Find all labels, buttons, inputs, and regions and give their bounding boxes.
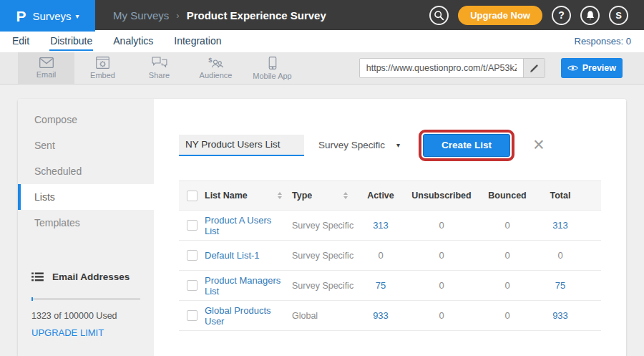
channel-label: Mobile App [253, 72, 291, 80]
survey-url-input[interactable] [360, 59, 523, 77]
column-header-type[interactable]: Type [292, 191, 358, 201]
table-row: Product Managers List Survey Specific 75… [179, 271, 601, 301]
active-count: 75 [358, 280, 404, 291]
active-count: 933 [358, 310, 404, 321]
list-lines-icon [31, 272, 44, 282]
responses-count[interactable]: Responses: 0 [575, 36, 644, 47]
list-name-link[interactable]: Product A Users List [205, 215, 292, 236]
list-name-link[interactable]: Global Products User [205, 305, 292, 327]
table-row: Default List-1 Survey Specific 0 0 0 0 [179, 241, 601, 271]
channel-share[interactable]: Share [131, 52, 187, 84]
tab-distribute[interactable]: Distribute [49, 32, 93, 51]
sidebar-item-lists[interactable]: Lists [18, 184, 154, 210]
account-avatar[interactable]: S [609, 6, 628, 25]
channel-label: Embed [90, 71, 115, 80]
list-name-input[interactable] [179, 135, 304, 156]
total-count: 0 [535, 250, 585, 261]
bounced-count: 0 [479, 220, 535, 231]
edit-url-button[interactable] [523, 59, 545, 77]
mobile-phone-icon [268, 57, 277, 69]
email-usage-progress [31, 298, 140, 300]
upgrade-now-button[interactable]: Upgrade Now [458, 6, 542, 25]
column-header-active: Active [358, 191, 404, 201]
tab-analytics[interactable]: Analytics [112, 32, 154, 51]
list-name-link[interactable]: Product Managers List [205, 275, 292, 297]
active-count: 0 [358, 250, 404, 261]
chevron-down-icon: ▾ [396, 141, 400, 149]
row-checkbox[interactable] [187, 280, 197, 291]
sidebar-item-scheduled[interactable]: Scheduled [18, 158, 154, 184]
channel-audience[interactable]: $ Audience [187, 52, 244, 84]
annotation-highlight-ring: Create List [419, 130, 514, 161]
table-row: Product A Users List Survey Specific 313… [179, 211, 601, 241]
total-count: 75 [535, 280, 585, 291]
create-list-button[interactable]: Create List [423, 134, 510, 157]
sidebar-item-sent[interactable]: Sent [18, 133, 154, 158]
pencil-icon [530, 64, 539, 73]
sidebar-item-compose[interactable]: Compose [18, 107, 154, 133]
unsubscribed-count: 0 [404, 250, 479, 261]
email-sidebar: Compose Sent Scheduled Lists Templates E… [18, 99, 154, 356]
sidebar-item-templates[interactable]: Templates [18, 210, 154, 236]
row-checkbox[interactable] [187, 250, 197, 261]
preview-button[interactable]: Preview [561, 58, 623, 78]
notifications-button[interactable] [580, 6, 600, 25]
unsubscribed-count: 0 [404, 220, 479, 231]
channel-embed[interactable]: Embed [74, 52, 131, 84]
column-header-unsubscribed: Unsubscribed [404, 191, 479, 201]
product-switcher[interactable]: P Surveys ▾ [0, 0, 95, 32]
list-type: Survey Specific [292, 251, 358, 261]
total-count: 933 [535, 310, 585, 321]
survey-url-field [359, 58, 545, 78]
email-distribution-card: Compose Sent Scheduled Lists Templates E… [18, 99, 626, 356]
upgrade-limit-link[interactable]: UPGRADE LIMIT [31, 327, 140, 338]
tab-integration[interactable]: Integration [173, 32, 222, 51]
eye-icon [567, 64, 578, 72]
list-name-link[interactable]: Default List-1 [205, 250, 292, 261]
page-content: Compose Sent Scheduled Lists Templates E… [0, 85, 644, 356]
share-icon [152, 57, 167, 69]
search-button[interactable] [429, 6, 449, 25]
channel-label: Email [36, 70, 57, 79]
channel-label: Share [149, 71, 170, 80]
questionpro-logo-icon: P [16, 9, 26, 24]
close-icon[interactable]: × [533, 135, 545, 155]
select-all-checkbox[interactable] [187, 191, 197, 201]
email-usage-text: 1323 of 100000 Used [31, 311, 140, 321]
audience-icon: $ [208, 57, 224, 69]
column-label: List Name [205, 191, 248, 201]
email-addresses-title: Email Addresses [52, 271, 130, 282]
unsubscribed-count: 0 [404, 310, 479, 321]
row-checkbox[interactable] [187, 310, 197, 321]
email-icon [39, 57, 54, 68]
page-title: Product Experience Survey [187, 9, 326, 21]
top-header: P Surveys ▾ My Surveys › Product Experie… [0, 0, 644, 30]
total-count: 313 [535, 220, 585, 231]
breadcrumb-my-surveys[interactable]: My Surveys [113, 9, 169, 21]
column-header-list-name[interactable]: List Name [205, 191, 292, 201]
row-checkbox[interactable] [187, 220, 197, 231]
column-header-total: Total [535, 191, 585, 201]
unsubscribed-count: 0 [404, 280, 479, 291]
tab-edit[interactable]: Edit [11, 32, 30, 51]
row-checkbox-cell [179, 280, 205, 291]
bell-icon [585, 10, 595, 21]
header-checkbox-cell [179, 191, 205, 201]
channel-email[interactable]: Email [18, 52, 74, 84]
list-type: Survey Specific [292, 221, 358, 231]
preview-label: Preview [582, 63, 616, 73]
question-mark-icon: ? [558, 9, 565, 21]
help-button[interactable]: ? [552, 6, 571, 25]
breadcrumb-separator-icon: › [176, 10, 179, 21]
embed-icon [96, 57, 109, 69]
avatar-initial: S [615, 10, 622, 21]
product-switcher-label: Surveys [32, 10, 71, 22]
bounced-count: 0 [479, 280, 535, 291]
email-addresses-header: Email Addresses [31, 271, 140, 282]
sort-icon [278, 192, 282, 199]
sort-icon [343, 192, 348, 199]
bounced-count: 0 [479, 310, 535, 321]
email-addresses-block: Email Addresses 1323 of 100000 Used UPGR… [18, 271, 154, 338]
channel-mobile-app[interactable]: Mobile App [244, 52, 301, 84]
list-type-select[interactable]: Survey Specific ▾ [313, 135, 406, 156]
